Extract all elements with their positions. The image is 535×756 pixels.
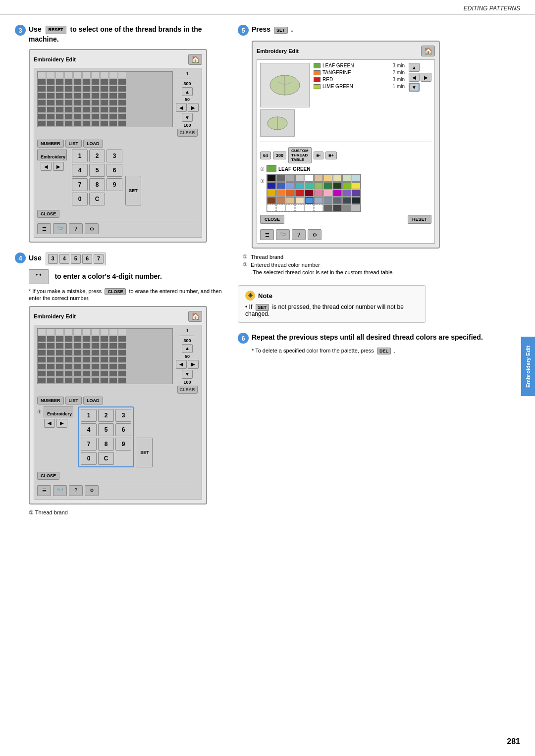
arrow-right-btn[interactable]: ▶ bbox=[188, 103, 199, 112]
pc-4[interactable] bbox=[305, 175, 314, 182]
step4-key-8[interactable]: 8 bbox=[98, 438, 114, 451]
step3-number-btn[interactable]: NUMBER bbox=[37, 140, 64, 148]
pc-8[interactable] bbox=[342, 175, 351, 182]
step4-key-1[interactable]: 1 bbox=[81, 409, 97, 422]
pc-22[interactable] bbox=[286, 190, 295, 197]
arrow-up-btn[interactable]: ▲ bbox=[182, 87, 193, 96]
step4-arrow-up[interactable]: ▲ bbox=[182, 344, 193, 353]
step4-set-btn[interactable]: SET bbox=[137, 438, 153, 467]
pc-49[interactable] bbox=[352, 204, 361, 211]
pc-31[interactable] bbox=[276, 197, 285, 204]
step4-key-7[interactable]: 7 bbox=[81, 438, 97, 451]
step4-prev-btn[interactable]: ◀ bbox=[44, 419, 55, 428]
pc-32[interactable] bbox=[286, 197, 295, 204]
step4-arrow-right[interactable]: ▶ bbox=[188, 360, 199, 369]
step3-close-btn[interactable]: CLOSE bbox=[37, 210, 59, 218]
step4-tool-list-icon[interactable]: ☰ bbox=[37, 485, 51, 496]
pc-7[interactable] bbox=[333, 175, 342, 182]
pc-21[interactable] bbox=[276, 190, 285, 197]
step5-minus-btn[interactable]: ■- bbox=[314, 151, 323, 159]
step5-tool-sewing[interactable]: 🪡 bbox=[276, 229, 290, 240]
pc-36[interactable] bbox=[323, 197, 332, 204]
tool-list-icon[interactable]: ☰ bbox=[37, 223, 51, 234]
step4-number-btn[interactable]: NUMBER bbox=[37, 397, 64, 404]
pc-19[interactable] bbox=[352, 182, 361, 189]
pc-43[interactable] bbox=[295, 204, 304, 211]
step4-key-c[interactable]: C bbox=[98, 452, 114, 465]
step3-prev-btn[interactable]: ◀ bbox=[41, 162, 52, 171]
tool-sewing-icon[interactable]: 🪡 bbox=[53, 223, 67, 234]
key-c[interactable]: C bbox=[89, 193, 105, 205]
step5-down-btn[interactable]: ▼ bbox=[409, 83, 420, 92]
step5-color-palette[interactable] bbox=[267, 174, 361, 212]
home-icon-btn[interactable]: 🏠 bbox=[188, 54, 202, 65]
step4-key-2[interactable]: 2 bbox=[98, 409, 114, 422]
key-0[interactable]: 0 bbox=[72, 193, 88, 205]
step4-key-9[interactable]: 9 bbox=[115, 438, 131, 451]
step3-set-btn[interactable]: SET bbox=[125, 176, 141, 205]
pc-10[interactable] bbox=[267, 182, 276, 189]
pc-37[interactable] bbox=[333, 197, 342, 204]
pc-23[interactable] bbox=[295, 190, 304, 197]
step5-right-btn[interactable]: ▶ bbox=[421, 73, 431, 82]
pc-39[interactable] bbox=[352, 197, 361, 204]
pc-1[interactable] bbox=[276, 175, 285, 182]
pc-38[interactable] bbox=[342, 197, 351, 204]
step3-load-btn[interactable]: LOAD bbox=[83, 140, 103, 148]
pc-18[interactable] bbox=[342, 182, 351, 189]
tool-help-icon[interactable]: ? bbox=[69, 223, 83, 234]
pc-44[interactable] bbox=[305, 204, 314, 211]
step3-next-btn[interactable]: ▶ bbox=[53, 162, 64, 171]
step5-tool-list[interactable]: ☰ bbox=[260, 229, 274, 240]
pc-11[interactable] bbox=[276, 182, 285, 189]
step4-tool-settings-icon[interactable]: ⚙ bbox=[85, 485, 99, 496]
step4-tool-sewing-icon[interactable]: 🪡 bbox=[53, 485, 67, 496]
pc-2[interactable] bbox=[286, 175, 295, 182]
pc-28[interactable] bbox=[342, 190, 351, 197]
step4-tool-help-icon[interactable]: ? bbox=[69, 485, 83, 496]
pc-33[interactable] bbox=[295, 197, 304, 204]
pc-26[interactable] bbox=[323, 190, 332, 197]
key-4[interactable]: 4 bbox=[72, 164, 88, 177]
pc-0[interactable] bbox=[267, 175, 276, 182]
pc-9[interactable] bbox=[352, 175, 361, 182]
step4-key-0[interactable]: 0 bbox=[81, 452, 97, 465]
arrow-left-btn[interactable]: ◀ bbox=[176, 103, 187, 112]
key-3[interactable]: 3 bbox=[107, 150, 122, 162]
pc-47[interactable] bbox=[333, 204, 342, 211]
pc-46[interactable] bbox=[323, 204, 332, 211]
step5-close-btn[interactable]: CLOSE bbox=[260, 215, 284, 224]
pc-3[interactable] bbox=[295, 175, 304, 182]
pc-35[interactable] bbox=[314, 197, 323, 204]
pc-29[interactable] bbox=[352, 190, 361, 197]
step4-clear-btn[interactable]: CLEAR bbox=[177, 386, 198, 394]
step5-tool-help[interactable]: ? bbox=[292, 229, 306, 240]
step4-close-btn[interactable]: CLOSE bbox=[37, 472, 59, 480]
step4-key-4[interactable]: 4 bbox=[81, 423, 97, 436]
step3-clear-btn[interactable]: CLEAR bbox=[177, 129, 198, 137]
key-7[interactable]: 7 bbox=[72, 178, 88, 191]
step5-tool-settings[interactable]: ⚙ bbox=[308, 229, 321, 240]
step4-load-btn[interactable]: LOAD bbox=[83, 397, 103, 404]
step5-plus-btn[interactable]: ■+ bbox=[325, 151, 337, 159]
step4-arrow-left[interactable]: ◀ bbox=[176, 360, 187, 369]
pc-25[interactable] bbox=[314, 190, 323, 197]
step4-key-5[interactable]: 5 bbox=[98, 423, 114, 436]
step4-next-btn[interactable]: ▶ bbox=[56, 419, 67, 428]
pc-24[interactable] bbox=[305, 190, 314, 197]
key-8[interactable]: 8 bbox=[89, 178, 105, 191]
step4-key-6[interactable]: 6 bbox=[115, 423, 131, 436]
tool-settings-icon[interactable]: ⚙ bbox=[85, 223, 99, 234]
arrow-down-btn[interactable]: ▼ bbox=[182, 113, 193, 122]
step5-left-btn[interactable]: ◀ bbox=[409, 73, 420, 82]
home-icon-btn2[interactable]: 🏠 bbox=[188, 311, 202, 322]
step5-up-btn[interactable]: ▲ bbox=[409, 63, 420, 72]
pc-16[interactable] bbox=[323, 182, 332, 189]
step4-arrow-down[interactable]: ▼ bbox=[182, 370, 193, 379]
pc-40[interactable] bbox=[267, 204, 276, 211]
key-6[interactable]: 6 bbox=[107, 164, 122, 177]
key-1[interactable]: 1 bbox=[72, 150, 88, 162]
step3-list-btn[interactable]: LIST bbox=[65, 140, 82, 148]
pc-selected[interactable] bbox=[305, 197, 314, 204]
step4-key-3[interactable]: 3 bbox=[115, 409, 131, 422]
